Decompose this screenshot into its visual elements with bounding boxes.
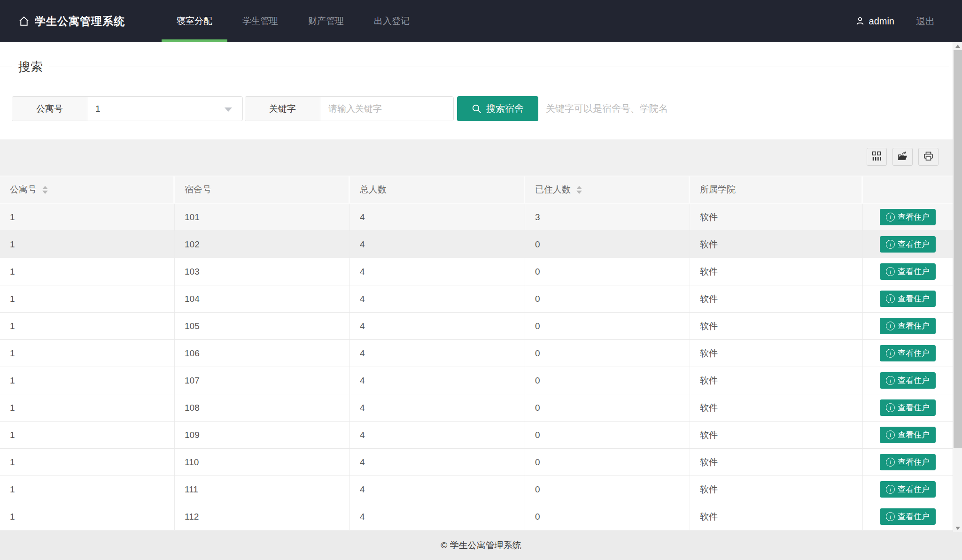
table-cell-actions: i查看住户 bbox=[863, 394, 953, 421]
search-section: 搜索 bbox=[0, 56, 953, 77]
table-row[interactable]: 111140软件i查看住户 bbox=[0, 476, 953, 503]
table-row[interactable]: 110240软件i查看住户 bbox=[0, 231, 953, 258]
table-cell: 0 bbox=[525, 476, 690, 503]
column-header: 所属学院 bbox=[690, 176, 863, 203]
table-cell: 0 bbox=[525, 231, 690, 258]
search-dorm-button[interactable]: 搜索宿舍 bbox=[457, 96, 538, 121]
user-menu[interactable]: admin bbox=[855, 16, 894, 27]
view-residents-button[interactable]: i查看住户 bbox=[880, 318, 936, 334]
table-cell: 109 bbox=[175, 422, 350, 448]
table-cell: 1 bbox=[0, 394, 175, 421]
table-cell: 112 bbox=[175, 503, 350, 530]
table-cell: 4 bbox=[350, 449, 525, 476]
view-residents-button[interactable]: i查看住户 bbox=[880, 209, 936, 225]
nav-item-dorm-assign[interactable]: 寝室分配 bbox=[162, 0, 227, 42]
apartment-select[interactable]: 1 bbox=[87, 97, 242, 121]
search-heading: 搜索 bbox=[12, 56, 49, 77]
table-cell: 1 bbox=[0, 503, 175, 530]
table-row[interactable]: 110440软件i查看住户 bbox=[0, 285, 953, 313]
app-brand[interactable]: 学生公寓管理系统 bbox=[18, 14, 125, 29]
table-row[interactable]: 110143软件i查看住户 bbox=[0, 204, 953, 231]
table-row[interactable]: 111240软件i查看住户 bbox=[0, 503, 953, 530]
sort-icon[interactable] bbox=[576, 186, 582, 194]
table-cell: 1 bbox=[0, 204, 175, 230]
export-button[interactable] bbox=[892, 148, 913, 166]
table-toolbar bbox=[861, 148, 939, 166]
search-hint: 关键字可以是宿舍号、学院名 bbox=[546, 96, 668, 121]
page: 学生公寓管理系统 寝室分配学生管理财产管理出入登记 admin 退出 搜索 公寓… bbox=[0, 0, 962, 560]
view-residents-button[interactable]: i查看住户 bbox=[880, 454, 936, 470]
columns-button[interactable] bbox=[867, 148, 887, 166]
table-row[interactable]: 110640软件i查看住户 bbox=[0, 340, 953, 367]
table-cell: 1 bbox=[0, 476, 175, 503]
logout-link[interactable]: 退出 bbox=[916, 15, 935, 28]
columns-icon bbox=[872, 151, 882, 162]
keyword-label: 关键字 bbox=[245, 97, 320, 121]
table-row[interactable]: 110940软件i查看住户 bbox=[0, 422, 953, 449]
scroll-up-icon[interactable] bbox=[953, 42, 962, 50]
column-header-label: 总人数 bbox=[360, 184, 387, 196]
table-cell: 4 bbox=[350, 204, 525, 230]
view-residents-button[interactable]: i查看住户 bbox=[880, 236, 936, 253]
username: admin bbox=[869, 16, 894, 27]
table-cell: 0 bbox=[525, 503, 690, 530]
column-header-label: 公寓号 bbox=[10, 184, 37, 196]
table-row[interactable]: 110540软件i查看住户 bbox=[0, 313, 953, 340]
view-residents-label: 查看住户 bbox=[898, 239, 930, 250]
table-row[interactable]: 111040软件i查看住户 bbox=[0, 449, 953, 476]
view-residents-label: 查看住户 bbox=[898, 375, 930, 386]
table-cell-actions: i查看住户 bbox=[863, 476, 953, 503]
table-cell-actions: i查看住户 bbox=[863, 231, 953, 258]
nav-item-student-mgmt[interactable]: 学生管理 bbox=[227, 0, 293, 42]
apartment-select-value[interactable]: 1 bbox=[87, 97, 242, 121]
table-cell: 软件 bbox=[690, 476, 863, 503]
info-icon: i bbox=[886, 403, 895, 412]
info-icon: i bbox=[886, 322, 895, 330]
search-button-label: 搜索宿舍 bbox=[486, 102, 524, 115]
info-icon: i bbox=[886, 240, 895, 249]
view-residents-button[interactable]: i查看住户 bbox=[880, 263, 936, 280]
table-cell: 105 bbox=[175, 313, 350, 339]
info-icon: i bbox=[886, 512, 895, 521]
table-cell: 1 bbox=[0, 231, 175, 258]
view-residents-button[interactable]: i查看住户 bbox=[880, 372, 936, 389]
info-icon: i bbox=[886, 376, 895, 385]
table-cell-actions: i查看住户 bbox=[863, 204, 953, 230]
table-row[interactable]: 110740软件i查看住户 bbox=[0, 367, 953, 394]
table-panel: 公寓号宿舍号总人数已住人数所属学院 110143软件i查看住户110240软件i… bbox=[0, 139, 953, 531]
scrollbar-thumb[interactable] bbox=[954, 50, 962, 448]
table-row[interactable]: 110840软件i查看住户 bbox=[0, 394, 953, 422]
view-residents-button[interactable]: i查看住户 bbox=[880, 291, 936, 307]
table-cell: 111 bbox=[175, 476, 350, 503]
nav-item-entry-exit[interactable]: 出入登记 bbox=[359, 0, 425, 42]
active-tab-underline bbox=[162, 39, 227, 42]
table-cell: 4 bbox=[350, 422, 525, 448]
table-cell: 103 bbox=[175, 258, 350, 285]
column-header[interactable]: 公寓号 bbox=[0, 176, 175, 203]
table-cell-actions: i查看住户 bbox=[863, 449, 953, 476]
scroll-down-icon[interactable] bbox=[953, 524, 962, 532]
print-button[interactable] bbox=[918, 148, 939, 166]
sort-icon[interactable] bbox=[42, 186, 48, 194]
nav-item-property-mgmt[interactable]: 财产管理 bbox=[293, 0, 359, 42]
keyword-input[interactable] bbox=[320, 97, 453, 121]
table-cell: 104 bbox=[175, 285, 350, 312]
table-cell: 1 bbox=[0, 313, 175, 339]
table-cell: 101 bbox=[175, 204, 350, 230]
view-residents-button[interactable]: i查看住户 bbox=[880, 481, 936, 498]
column-header-label: 宿舍号 bbox=[185, 184, 211, 196]
view-residents-button[interactable]: i查看住户 bbox=[880, 345, 936, 361]
view-residents-button[interactable]: i查看住户 bbox=[880, 399, 936, 416]
table-cell-actions: i查看住户 bbox=[863, 285, 953, 312]
table-cell: 0 bbox=[525, 449, 690, 476]
table-row[interactable]: 110340软件i查看住户 bbox=[0, 258, 953, 285]
apartment-label: 公寓号 bbox=[12, 97, 87, 121]
info-icon: i bbox=[886, 485, 895, 494]
view-residents-button[interactable]: i查看住户 bbox=[880, 508, 936, 525]
view-residents-button[interactable]: i查看住户 bbox=[880, 427, 936, 443]
column-header[interactable]: 已住人数 bbox=[525, 176, 690, 203]
vertical-scrollbar[interactable] bbox=[953, 42, 962, 532]
table-cell: 软件 bbox=[690, 285, 863, 312]
print-icon bbox=[923, 151, 933, 162]
column-header: 宿舍号 bbox=[175, 176, 350, 203]
